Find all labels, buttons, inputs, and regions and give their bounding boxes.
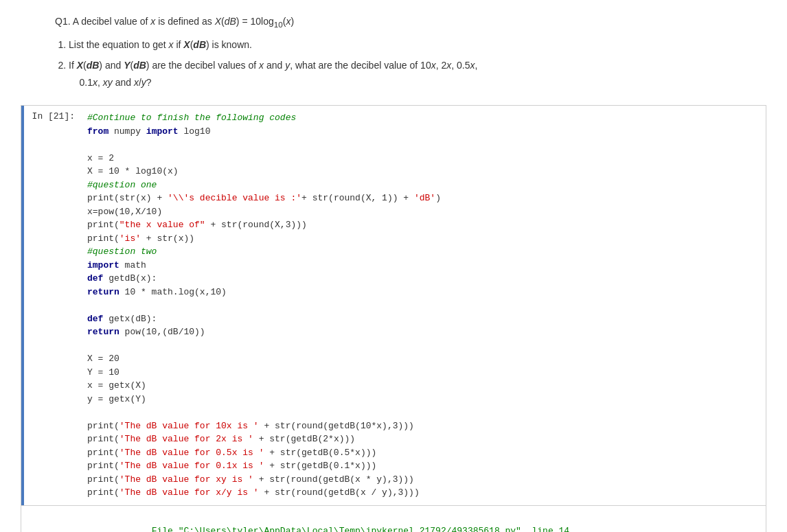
code-line-print-05x: print('The dB value for 0.5x is ' + str(…: [87, 446, 757, 460]
code-line-def-getx: def getx(dB):: [87, 312, 757, 326]
code-comment-3: #question two: [87, 245, 757, 259]
code-line-print1: print(str(x) + '\\'s decible value is :'…: [87, 192, 757, 205]
code-comment-2: #question one: [87, 178, 757, 192]
code-line-return1: return 10 * math.log(x,10): [87, 286, 757, 299]
code-line-X: X = 10 * log10(x): [87, 165, 757, 178]
code-line-blank3: [87, 339, 757, 353]
code-line-import: from numpy import log10: [87, 125, 757, 139]
code-line-print-xdivy: print('The dB value for x/y is ' + str(r…: [87, 486, 757, 500]
code-line-print-10x: print('The dB value for 10x is ' + str(r…: [87, 419, 757, 433]
cell-label: In [21]:: [24, 106, 79, 505]
output-content: File "C:\Users\tyler\AppData\Local\Temp\…: [79, 506, 766, 532]
page-container: Q1. A decibel value of x is defined as X…: [0, 0, 787, 532]
notebook-cell: In [21]: #Continue to finish the followi…: [21, 105, 766, 506]
error-file: File "C:\Users\tyler\AppData\Local\Temp\…: [152, 526, 570, 532]
output-label: [21, 506, 79, 532]
code-line-xpow: x=pow(10,X/10): [87, 205, 757, 219]
code-line-print2: print("the x value of" + str(round(X,3))…: [87, 218, 757, 232]
code-line-y-getx: y = getx(Y): [87, 393, 757, 406]
code-comment-1: #Continue to finish the following codes: [87, 111, 757, 125]
question-section: Q1. A decibel value of x is defined as X…: [14, 7, 773, 105]
code-line-print-2x: print('The dB value for 2x is ' + str(ge…: [87, 432, 757, 446]
code-line-def-getdB: def getdB(x):: [87, 272, 757, 286]
code-line-import-math: import math: [87, 259, 757, 273]
question-item-2: If X(dB) and Y(dB) are the decibel value…: [69, 57, 732, 91]
question-header: Q1. A decibel value of x is defined as X…: [55, 14, 732, 31]
question-list: List the equation to get x if X(dB) is k…: [55, 36, 732, 91]
code-line-x2: x = 2: [87, 152, 757, 165]
code-line-x-getx: x = getx(X): [87, 379, 757, 393]
code-line-return2: return pow(10,(dB/10)): [87, 325, 757, 339]
cell-output: File "C:\Users\tyler\AppData\Local\Temp\…: [21, 506, 766, 532]
question-item-1: List the equation to get x if X(dB) is k…: [69, 36, 732, 54]
code-line-blank4: [87, 406, 757, 419]
code-line-Y10: Y = 10: [87, 366, 757, 380]
error-file-line: File "C:\Users\tyler\AppData\Local\Temp\…: [87, 511, 757, 532]
code-line-blank1: [87, 138, 757, 152]
code-line-print3: print('is' + str(x)): [87, 232, 757, 246]
code-line-X20: X = 20: [87, 352, 757, 366]
code-line-print-01x: print('The dB value for 0.1x is ' + str(…: [87, 459, 757, 473]
code-line-print-xy: print('The dB value for xy is ' + str(ro…: [87, 473, 757, 487]
code-line-blank2: [87, 299, 757, 312]
cell-content[interactable]: #Continue to finish the following codes …: [79, 106, 766, 505]
